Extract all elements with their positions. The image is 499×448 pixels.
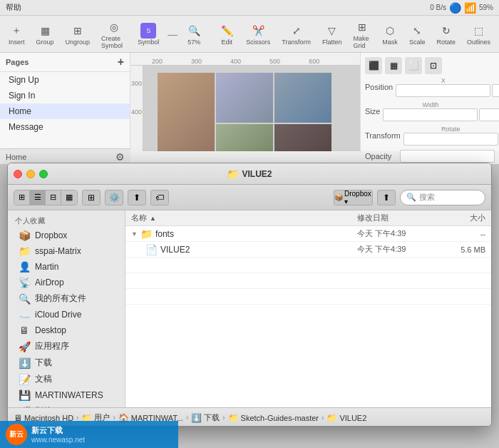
sidebar-item-downloads[interactable]: ⬇️ 下载	[11, 355, 122, 371]
view-group: ⊞ ☰ ⊟ ▦	[14, 190, 78, 205]
finder-titlebar: 📁 VILUE2	[8, 163, 491, 185]
dropbox-btn[interactable]: 📦 Dropbox ▾	[334, 190, 373, 205]
sidebar-item-movies[interactable]: 🎬 影片	[11, 403, 122, 407]
transform-tool[interactable]: ⤢ Transform	[279, 21, 314, 47]
rotate-tool[interactable]: ↻ Rotate	[433, 21, 458, 47]
airdrop-icon: 📡	[18, 277, 31, 288]
sep-4: ›	[222, 414, 225, 422]
photo-3	[274, 73, 331, 123]
outline-tool[interactable]: ⬚ Outlines	[464, 21, 493, 47]
file-list-area: 名称 ▲ 修改日期 大小 ▼ 📁 fonts 今天 下午4:39 -- 📄 VI…	[125, 210, 491, 407]
size-prop: Size Width Height	[365, 101, 495, 121]
sidebar-item-apps[interactable]: 🚀 应用程序	[11, 338, 122, 355]
file-row-fonts[interactable]: ▼ 📁 fonts 今天 下午4:39 --	[125, 226, 491, 242]
scale-tool[interactable]: ⤡ Scale	[406, 21, 428, 47]
zoom-control[interactable]: 🔍 57%	[183, 21, 205, 47]
align-center-icon[interactable]: ▦	[385, 57, 402, 74]
breadcrumb-sketch[interactable]: 📁 Sketch-Guides-master	[228, 413, 319, 423]
transform-prop: Transform Rotate Flip	[365, 126, 495, 146]
page-settings-icon[interactable]: ⚙	[115, 151, 125, 152]
position-x-input[interactable]	[396, 84, 490, 97]
minimize-button[interactable]	[26, 170, 35, 178]
width-input[interactable]	[383, 108, 478, 121]
height-input[interactable]	[479, 108, 499, 121]
list-view-btn[interactable]: ☰	[30, 190, 46, 205]
folder-icon: 📁	[227, 168, 239, 180]
col-size[interactable]: 大小	[443, 213, 485, 223]
martin-icon: 👤	[18, 261, 31, 273]
col-date[interactable]: 修改日期	[357, 213, 443, 223]
group-tool[interactable]: ▦ Group	[34, 21, 57, 47]
make-grid-tool[interactable]: ⊞ Make Grid	[350, 18, 374, 51]
icon-view-btn[interactable]: ⊞	[14, 190, 30, 205]
align-right-icon[interactable]: ⬜	[405, 57, 422, 74]
sort-arrow: ▲	[150, 215, 156, 222]
share2-btn[interactable]: ⬆	[377, 190, 396, 205]
size-inputs: Width Height	[383, 101, 499, 121]
opacity-input[interactable]	[400, 150, 495, 163]
file-row-vilue2[interactable]: 📄 VILUE2 今天 下午4:39 5.6 MB	[125, 242, 491, 258]
page-home[interactable]: Home	[0, 103, 130, 119]
menu-bar: 帮助 0 B/s 🔵 📶 59%	[0, 0, 499, 16]
canvas-content[interactable]	[143, 66, 360, 151]
maximize-button[interactable]	[39, 170, 48, 178]
sidebar-item-allfiles[interactable]: 🔍 我的所有文件	[11, 290, 122, 307]
position-y-input[interactable]	[492, 84, 499, 97]
symbol-tool[interactable]: S Symbol	[135, 21, 162, 47]
tag-btn[interactable]: 🏷	[150, 190, 169, 205]
arrange-btn[interactable]: ⊞	[82, 190, 101, 205]
vilue2-file-icon: 📄	[145, 244, 158, 255]
breadcrumb-vilue2[interactable]: 📁 VILUE2	[326, 413, 366, 423]
sidebar-item-desktop[interactable]: 🖥 Desktop	[11, 322, 122, 338]
action-btn[interactable]: ⚙️	[105, 190, 123, 205]
search-box[interactable]: 🔍 搜索	[400, 190, 485, 205]
file-list-header: 名称 ▲ 修改日期 大小	[125, 210, 491, 226]
insert-tool[interactable]: ＋ Insert	[6, 21, 28, 47]
photo-2	[158, 73, 215, 151]
share-btn[interactable]: ⬆	[128, 190, 146, 205]
pages-header: Pages +	[0, 53, 130, 72]
ruler-vertical: 300400	[130, 66, 143, 151]
sketch-bc-icon: 📁	[228, 413, 239, 423]
page-signin[interactable]: Sign In	[0, 88, 130, 103]
sidebar-item-dropbox[interactable]: 📦 Dropbox	[11, 228, 122, 243]
ruler-horizontal: 200300400500600	[130, 53, 360, 66]
align-left-icon[interactable]: ⬛	[365, 57, 382, 74]
rotate-input[interactable]	[403, 133, 498, 146]
edit-tool[interactable]: ✏️ Edit	[216, 21, 237, 47]
sidebar-section-header: 个人收藏	[8, 215, 125, 228]
page-message[interactable]: Message	[0, 119, 130, 135]
page-signup[interactable]: Sign Up	[0, 72, 130, 88]
docs-icon: 📝	[18, 374, 31, 385]
position-prop: Position X Y	[365, 77, 495, 97]
flatten-tool[interactable]: ▽ Flatten	[319, 21, 345, 47]
canvas-area[interactable]: 200300400500600 300400	[130, 53, 360, 151]
sidebar-item-docs[interactable]: 📝 文稿	[11, 371, 122, 387]
sidebar-item-sspai[interactable]: 📁 sspai-Matrix	[11, 243, 122, 259]
ungroup-tool[interactable]: ⊞ Ungroup	[63, 21, 93, 47]
empty-row-1	[125, 258, 491, 273]
photo-5	[274, 124, 331, 151]
movies-icon: 🎬	[18, 406, 31, 408]
sidebar-item-martin[interactable]: 👤 Martin	[11, 259, 122, 275]
sidebar-item-icloud[interactable]: ☁️ iCloud Drive	[11, 307, 122, 322]
sketch-app: 帮助 0 B/s 🔵 📶 59% ＋ Insert ▦ Group ⊞ Ungr…	[0, 0, 499, 164]
photo-1	[216, 73, 273, 123]
sidebar-item-airdrop[interactable]: 📡 AirDrop	[11, 275, 122, 290]
fonts-folder-icon: 📁	[140, 228, 153, 240]
close-button[interactable]	[14, 170, 22, 178]
scissors-tool[interactable]: ✂️ Scissors	[243, 21, 273, 47]
mask-tool[interactable]: ⬡ Mask	[379, 21, 401, 47]
add-page-btn[interactable]: +	[118, 56, 124, 68]
opacity-prop: Opacity	[365, 150, 495, 163]
col-name[interactable]: 名称 ▲	[131, 213, 357, 223]
create-symbol-tool[interactable]: ◎ Create Symbol	[98, 18, 129, 51]
sidebar-item-martinwaters[interactable]: 💾 MARTINWATERS	[11, 387, 122, 403]
column-view-btn[interactable]: ⊟	[46, 190, 61, 205]
active-page-label: Home ⚙	[0, 148, 130, 151]
menu-help[interactable]: 帮助	[6, 2, 21, 13]
cover-flow-btn[interactable]: ▦	[61, 190, 77, 205]
finder-sidebar: 个人收藏 📦 Dropbox 📁 sspai-Matrix 👤 Martin 📡…	[8, 210, 125, 407]
distribute-icon[interactable]: ⊡	[425, 57, 442, 74]
breadcrumb-downloads[interactable]: ⬇️ 下载	[191, 412, 220, 423]
